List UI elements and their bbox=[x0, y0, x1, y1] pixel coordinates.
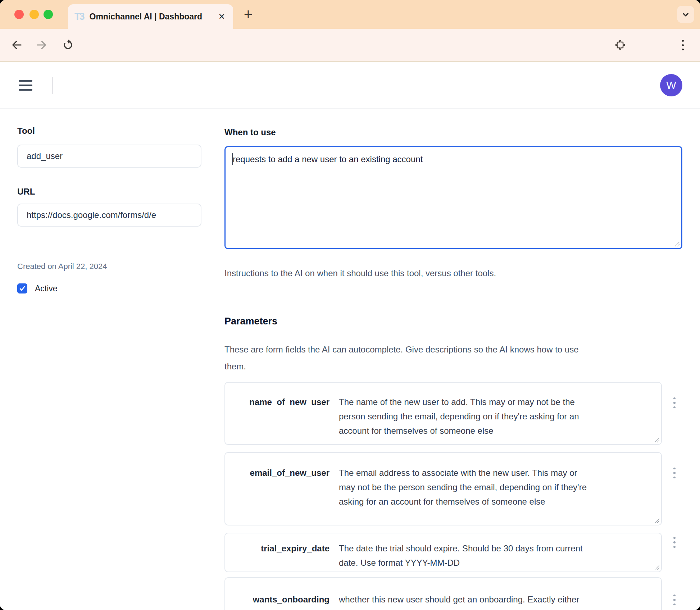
active-checkbox[interactable] bbox=[17, 283, 27, 293]
created-date-text: Created on April 22, 2024 bbox=[17, 262, 107, 271]
forward-button[interactable] bbox=[35, 39, 47, 51]
parameter-row: email_of_new_user The email address to a… bbox=[224, 452, 662, 525]
when-to-use-help: Instructions to the AI on when it should… bbox=[224, 268, 496, 278]
active-row: Active bbox=[17, 283, 58, 293]
parameter-menu-button[interactable] bbox=[673, 593, 676, 607]
browser-menu-button[interactable] bbox=[682, 38, 684, 51]
app-header: W bbox=[0, 62, 700, 109]
browser-window: T3 Omnichannel AI | Dashboard ✕ + bbox=[0, 0, 700, 610]
tab-strip: T3 Omnichannel AI | Dashboard ✕ + bbox=[0, 0, 700, 29]
parameter-description-textarea[interactable]: The name of the new user to add. This ma… bbox=[339, 395, 579, 444]
parameter-description-textarea[interactable]: The email address to associate with the … bbox=[339, 466, 587, 525]
resize-handle-icon[interactable] bbox=[654, 437, 659, 442]
text-caret bbox=[232, 153, 233, 165]
parameter-row: wants_onboarding whether this new user s… bbox=[224, 577, 662, 610]
browser-toolbar: omni.iterationloop.com/workspaces/AAAAAB… bbox=[0, 29, 700, 62]
resize-handle-icon[interactable] bbox=[654, 518, 659, 523]
tab-title: Omnichannel AI | Dashboard bbox=[90, 12, 203, 22]
resize-handle-icon[interactable] bbox=[654, 564, 659, 570]
reload-icon bbox=[62, 39, 74, 51]
active-label: Active bbox=[35, 284, 58, 293]
header-divider bbox=[52, 77, 53, 94]
back-button[interactable] bbox=[11, 39, 23, 51]
tab-search-button[interactable] bbox=[677, 6, 694, 23]
when-to-use-value: requests to add a new user to an existin… bbox=[233, 154, 423, 164]
checkmark-icon bbox=[19, 285, 26, 292]
chevron-down-icon bbox=[680, 9, 691, 20]
resize-handle-icon[interactable] bbox=[674, 241, 679, 246]
minimize-window-button[interactable] bbox=[29, 10, 39, 19]
when-to-use-label: When to use bbox=[224, 127, 276, 137]
tool-url-input[interactable]: https://docs.google.com/forms/d/e bbox=[17, 204, 201, 227]
when-to-use-textarea[interactable]: requests to add a new user to an existin… bbox=[224, 146, 682, 249]
url-label: URL bbox=[17, 187, 35, 197]
close-window-button[interactable] bbox=[14, 10, 24, 19]
parameter-row: name_of_new_user The name of the new use… bbox=[224, 382, 662, 445]
parameter-name: email_of_new_user bbox=[225, 466, 329, 525]
parameters-description: These are form fields the AI can autocom… bbox=[224, 341, 579, 375]
parameter-description-textarea[interactable]: The date the trial should expire. Should… bbox=[339, 541, 583, 572]
parameter-name: name_of_new_user bbox=[225, 395, 329, 444]
new-tab-button[interactable]: + bbox=[240, 6, 256, 22]
reload-button[interactable] bbox=[62, 39, 74, 51]
maximize-window-button[interactable] bbox=[44, 10, 53, 19]
page-content: Tool add_user URL https://docs.google.co… bbox=[0, 109, 700, 610]
parameter-row: trial_expiry_date The date the trial sho… bbox=[224, 533, 662, 572]
forward-arrow-icon bbox=[35, 39, 47, 51]
parameter-name: trial_expiry_date bbox=[225, 541, 329, 572]
extensions-button[interactable] bbox=[614, 39, 626, 51]
parameter-description-textarea[interactable]: whether this new user should get an onbo… bbox=[339, 592, 579, 610]
browser-tab[interactable]: T3 Omnichannel AI | Dashboard ✕ bbox=[68, 4, 233, 29]
tool-name-input[interactable]: add_user bbox=[17, 145, 201, 168]
tool-label: Tool bbox=[17, 126, 35, 136]
back-arrow-icon bbox=[11, 39, 23, 51]
parameter-menu-button[interactable] bbox=[673, 466, 676, 480]
parameter-menu-button[interactable] bbox=[673, 536, 676, 549]
puzzle-icon bbox=[614, 39, 626, 51]
hamburger-menu-button[interactable] bbox=[19, 80, 32, 91]
parameters-title: Parameters bbox=[224, 316, 277, 327]
tab-favicon: T3 bbox=[74, 11, 84, 22]
parameter-menu-button[interactable] bbox=[673, 396, 676, 410]
user-avatar[interactable]: W bbox=[660, 74, 682, 96]
tab-close-icon[interactable]: ✕ bbox=[218, 12, 225, 22]
parameter-name: wants_onboarding bbox=[225, 592, 329, 610]
